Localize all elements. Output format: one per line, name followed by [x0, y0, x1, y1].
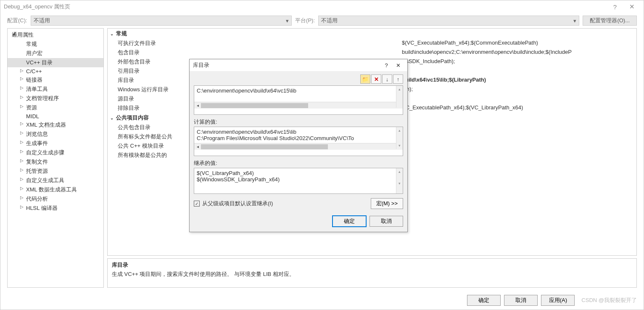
delete-icon[interactable]: ✕: [371, 74, 381, 84]
platform-combo[interactable]: 不适用▾: [318, 16, 579, 26]
tree-customtool[interactable]: ▷自定义生成工具: [8, 176, 103, 185]
tree-buildevents[interactable]: ▷生成事件: [8, 139, 103, 148]
tree-general[interactable]: 常规: [8, 40, 103, 49]
prop-exe[interactable]: 可执行文件目录$(VC_ExecutablePath_x64);$(Common…: [108, 39, 636, 48]
ok-button[interactable]: 确定: [467, 295, 501, 306]
config-bar: 配置(C): 不适用▾ 平台(P): 不适用▾ 配置管理器(O)...: [0, 13, 644, 28]
tree-codeanalysis[interactable]: ▷代码分析: [8, 194, 103, 204]
footer: 确定 取消 应用(A) CSDN @我裂裂裂开了: [0, 291, 644, 310]
help-name: 库目录: [112, 261, 632, 269]
dialog-help-button[interactable]: ?: [380, 62, 392, 69]
tree-docgen[interactable]: ▷文档管理程序: [8, 94, 103, 103]
macros-button[interactable]: 宏(M) >>: [371, 198, 403, 209]
move-down-icon[interactable]: ↓: [382, 74, 392, 84]
dialog-title: 库目录: [193, 61, 380, 69]
calc-box: C:\environment\opencv\build\x64\vc15\lib…: [194, 127, 403, 156]
group-general[interactable]: ⌄常规: [108, 29, 636, 39]
hscrollbar[interactable]: ◂▸: [194, 143, 403, 150]
calc-line-2: C:\Program Files\Microsoft Visual Studio…: [197, 135, 400, 141]
tree-managedres[interactable]: ▷托管资源: [8, 167, 103, 176]
help-desc: 生成 VC++ 项目期间，搜索库文件时使用的路径。 与环境变量 LIB 相对应。: [112, 270, 632, 278]
dialog-body: 📁 ✕ ↓ ↑ C:\environment\opencv\build\x64\…: [190, 71, 407, 212]
apply-button[interactable]: 应用(A): [541, 295, 575, 306]
platform-label: 平台(P):: [295, 17, 315, 24]
paths-box[interactable]: C:\environment\opencv\build\x64\vc15\lib…: [194, 85, 403, 115]
config-manager-button[interactable]: 配置管理器(O)...: [583, 16, 637, 26]
tree-vcdirs[interactable]: VC++ 目录: [8, 58, 103, 67]
inherit-check-label: 从父级或项目默认设置继承(I): [202, 200, 273, 207]
prop-include[interactable]: 包含目录build\include\opencv2;C:\environment…: [108, 48, 636, 57]
dialog-toolbar: 📁 ✕ ↓ ↑: [194, 74, 403, 84]
tree-root[interactable]: ◢通用属性: [8, 30, 103, 40]
tree-xmldoc[interactable]: ▷XML 文档生成器: [8, 120, 103, 130]
vscrollbar[interactable]: ▴: [396, 86, 403, 108]
help-button[interactable]: ?: [607, 3, 623, 11]
dialog-cancel-button[interactable]: 取消: [370, 216, 403, 227]
tree-resource[interactable]: ▷资源: [8, 103, 103, 112]
dialog-close-button[interactable]: ✕: [392, 62, 404, 69]
chevron-down-icon: ▾: [573, 18, 576, 24]
nav-tree[interactable]: ◢通用属性 常规 用户宏 VC++ 目录 ▷C/C++ ▷链接器 ▷清单工具 ▷…: [7, 28, 104, 288]
window-title: Debug_x64_opencv 属性页: [4, 3, 607, 11]
hscrollbar[interactable]: ◂▸: [194, 102, 403, 109]
tree-hlsl[interactable]: ▷HLSL 编译器: [8, 204, 103, 213]
tree-usermacros[interactable]: 用户宏: [8, 49, 103, 58]
calc-label: 计算的值:: [194, 118, 403, 126]
config-combo[interactable]: 不适用▾: [31, 16, 292, 26]
inherit-box: $(VC_LibraryPath_x64) $(WindowsSDK_Libra…: [194, 168, 403, 194]
inherit-check-row: ✓ 从父级或项目默认设置继承(I) 宏(M) >>: [194, 198, 403, 209]
tree-cc[interactable]: ▷C/C++: [8, 67, 103, 75]
calc-line-1: C:\environment\opencv\build\x64\vc15\lib: [197, 129, 400, 135]
close-button[interactable]: ✕: [623, 3, 640, 11]
new-folder-icon[interactable]: 📁: [360, 74, 370, 84]
tree-manifest[interactable]: ▷清单工具: [8, 85, 103, 94]
watermark: CSDN @我裂裂裂开了: [581, 297, 637, 304]
tree-custombuild[interactable]: ▷自定义生成步骤: [8, 148, 103, 157]
tree-midl[interactable]: MIDL: [8, 112, 103, 120]
dialog-buttons: 确定 取消: [190, 212, 407, 232]
inherit-line-2: $(WindowsSDK_LibraryPath_x64): [197, 176, 400, 183]
path-entry[interactable]: C:\environment\opencv\build\x64\vc15\lib: [197, 87, 400, 94]
vscrollbar[interactable]: ▴▾: [396, 127, 403, 149]
titlebar: Debug_x64_opencv 属性页 ? ✕: [0, 0, 644, 13]
tree-copyfiles[interactable]: ▷复制文件: [8, 157, 103, 167]
vscrollbar[interactable]: ▴▾: [396, 168, 403, 193]
inherit-label: 继承的值:: [194, 159, 403, 167]
move-up-icon[interactable]: ↑: [393, 74, 403, 84]
dialog-ok-button[interactable]: 确定: [333, 216, 366, 227]
help-panel: 库目录 生成 VC++ 项目期间，搜索库文件时使用的路径。 与环境变量 LIB …: [107, 258, 637, 288]
config-label: 配置(C):: [7, 17, 27, 24]
tree-xmldata[interactable]: ▷XML 数据生成器工具: [8, 185, 103, 194]
cancel-button[interactable]: 取消: [504, 295, 538, 306]
tree-linker[interactable]: ▷链接器: [8, 75, 103, 85]
chevron-down-icon: ▾: [286, 18, 289, 24]
library-dirs-dialog: 库目录 ? ✕ 📁 ✕ ↓ ↑ C:\environment\opencv\bu…: [189, 59, 408, 232]
tree-browse[interactable]: ▷浏览信息: [8, 130, 103, 139]
inherit-line-1: $(VC_LibraryPath_x64): [197, 170, 400, 176]
inherit-checkbox[interactable]: ✓: [194, 201, 200, 207]
dialog-titlebar: 库目录 ? ✕: [190, 59, 407, 71]
